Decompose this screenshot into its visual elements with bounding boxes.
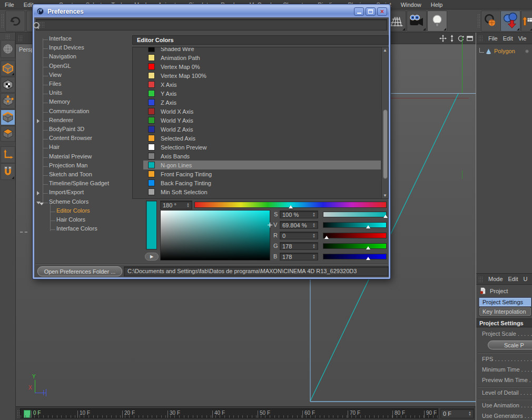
open-preferences-folder-button[interactable]: Open Preferences Folder ... <box>37 266 122 276</box>
slider-marker[interactable] <box>324 236 329 239</box>
object-label[interactable]: Polygon <box>494 48 515 54</box>
hue-slider[interactable] <box>194 202 387 208</box>
channel-b-field[interactable]: 178▲▼ <box>280 253 318 261</box>
object-manager-grip[interactable] <box>478 35 483 41</box>
dialog-search-bar[interactable] <box>36 19 387 31</box>
color-row-world-x-axis[interactable]: World X Axis <box>143 107 381 116</box>
color-row-animation-path[interactable]: Animation Path <box>143 53 381 62</box>
hue-value[interactable]: 180 ° <box>163 202 176 208</box>
om-menu-view[interactable]: Vie <box>518 35 527 42</box>
slider-marker[interactable] <box>366 246 370 249</box>
make-editable-button[interactable] <box>1 40 15 58</box>
frame-ruler[interactable]: 0 F 10 F 20 F 30 F 40 F 50 F 60 F 70 F 8… <box>20 408 438 418</box>
channel-s-value[interactable]: 100 % <box>282 212 299 218</box>
points-mode-button[interactable] <box>1 93 15 109</box>
toolbar-grip[interactable] <box>1 14 4 28</box>
am-menu-edit[interactable]: Edit <box>508 276 518 282</box>
tree-item-interface-colors[interactable]: Interface Colors <box>56 225 97 234</box>
channel-v-value[interactable]: 69.804 % <box>282 222 307 228</box>
model-mode-button[interactable] <box>1 61 15 76</box>
color-list[interactable]: Shaded Wire Animation Path Vertex Map 0%… <box>132 47 389 199</box>
picker-collapse-icon[interactable] <box>40 203 44 205</box>
picker-options-button[interactable]: ▶ <box>145 253 159 261</box>
color-row-min-soft-selection[interactable]: Min Soft Selection <box>143 187 381 196</box>
channel-g-field[interactable]: 178▲▼ <box>280 242 318 250</box>
hue-slider-marker[interactable] <box>289 205 293 208</box>
expander-collapsed-icon[interactable] <box>37 119 40 123</box>
camera-button[interactable] <box>407 11 427 32</box>
color-row-x-axis[interactable]: X Axis <box>143 80 381 89</box>
spinner-arrows-icon[interactable]: ▲▼ <box>312 233 316 238</box>
tree-item-material-preview[interactable]: Material Preview <box>49 153 92 162</box>
current-frame-field[interactable]: 0 F ▲▼ <box>440 408 474 418</box>
tree-item-input-devices[interactable]: Input Devices <box>49 44 84 53</box>
spinner-arrows-icon[interactable]: ▲▼ <box>312 212 316 217</box>
tree-item-files[interactable]: Files <box>49 81 61 89</box>
tree-item-opengl[interactable]: OpenGL <box>49 63 71 72</box>
slider-marker[interactable] <box>366 257 370 260</box>
tree-item-sketch-and-toon[interactable]: Sketch and Toon <box>49 171 92 180</box>
tree-item-editor-colors[interactable]: Editor Colors <box>56 207 90 216</box>
light-button[interactable] <box>427 11 447 32</box>
color-row-y-axis[interactable]: Y Axis <box>143 89 381 98</box>
channel-g-slider[interactable] <box>323 243 387 249</box>
color-row-vertex-map-100[interactable]: Vertex Map 100% <box>143 71 381 80</box>
tree-item-import-export[interactable]: Import/Export <box>49 189 84 198</box>
color-row-world-z-axis[interactable]: World Z Axis <box>143 125 381 134</box>
visibility-dot-icon[interactable] <box>525 49 529 53</box>
hue-field[interactable]: 180 ° ▲▼ <box>160 201 192 209</box>
tree-item-renderer[interactable]: Renderer <box>49 117 73 126</box>
object-row-polygon[interactable]: Polygon <box>478 46 531 56</box>
minimize-button[interactable] <box>354 7 364 16</box>
am-menu-user[interactable]: U <box>524 276 528 282</box>
tree-item-memory[interactable]: Memory <box>49 98 70 107</box>
spinner-arrows-icon[interactable]: ▲▼ <box>312 254 316 259</box>
maximize-button[interactable] <box>366 7 376 16</box>
menu-help[interactable]: Help <box>426 1 448 9</box>
enable-axis-button[interactable] <box>1 146 15 163</box>
color-row-front-facing-tinting[interactable]: Front Facing Tinting <box>143 169 381 178</box>
spinner-arrows-icon[interactable]: ▲▼ <box>312 244 316 249</box>
color-row-axis-bands[interactable]: Axis Bands <box>143 152 381 161</box>
tree-item-units[interactable]: Units <box>49 89 62 98</box>
tree-item-interface[interactable]: Interface <box>49 35 72 44</box>
expander-collapsed-icon[interactable] <box>37 191 40 195</box>
tree-item-timeline-spline-gadget[interactable]: Timeline/Spline Gadget <box>49 180 109 189</box>
attribute-manager-grip[interactable] <box>478 276 483 282</box>
spinner-arrows-icon[interactable]: ▲▼ <box>468 411 471 416</box>
timeline-grip[interactable] <box>17 410 19 417</box>
preferences-path-field[interactable]: C:\Documents and Settings\fab\Datos de p… <box>124 266 389 276</box>
current-frame-value[interactable]: 0 F <box>443 411 451 417</box>
color-row-ngon-lines[interactable]: N-gon Lines <box>143 161 381 169</box>
channel-s-slider[interactable] <box>323 212 387 217</box>
channel-r-field[interactable]: 0▲▼ <box>280 232 318 239</box>
color-row-selected-axis[interactable]: Selected Axis <box>143 134 381 143</box>
channel-r-value[interactable]: 0 <box>282 233 285 239</box>
spinner-arrows-icon[interactable]: ▲▼ <box>312 223 316 228</box>
spinner-arrows-icon[interactable]: ▲▼ <box>186 203 190 208</box>
modebar-grip[interactable] <box>5 34 10 39</box>
tree-item-projection-man[interactable]: Projection Man <box>49 162 87 171</box>
scrollbar-thumb[interactable] <box>383 109 388 179</box>
color-row-world-y-axis[interactable]: World Y Axis <box>143 116 381 125</box>
panel-handle-dashes[interactable] <box>20 232 27 233</box>
am-object-row[interactable]: Project <box>479 287 508 295</box>
tab-key-interpolation[interactable]: Key Interpolation <box>479 307 531 316</box>
tree-item-bodypaint-3d[interactable]: BodyPaint 3D <box>49 126 84 135</box>
move-tool-button[interactable] <box>500 11 520 32</box>
scale-view-button[interactable] <box>481 11 501 32</box>
color-row-shaded-wire[interactable]: Shaded Wire <box>143 47 381 53</box>
tab-project-settings[interactable]: Project Settings <box>479 298 531 306</box>
channel-r-slider[interactable] <box>323 233 387 238</box>
search-icon[interactable] <box>33 22 40 28</box>
menu-window[interactable]: Window <box>396 1 426 9</box>
polygons-mode-button[interactable] <box>1 126 15 142</box>
workplane-button[interactable] <box>521 11 532 32</box>
snap-button[interactable] <box>1 163 15 180</box>
color-row-selection-preview[interactable]: Selection Preview <box>143 143 381 152</box>
undo-button[interactable] <box>5 11 25 32</box>
scroll-down-icon[interactable]: ▼ <box>383 193 387 198</box>
dialog-title-bar[interactable]: Preferences × <box>34 5 389 17</box>
tree-item-hair[interactable]: Hair <box>49 144 60 153</box>
slider-marker[interactable] <box>383 215 388 218</box>
